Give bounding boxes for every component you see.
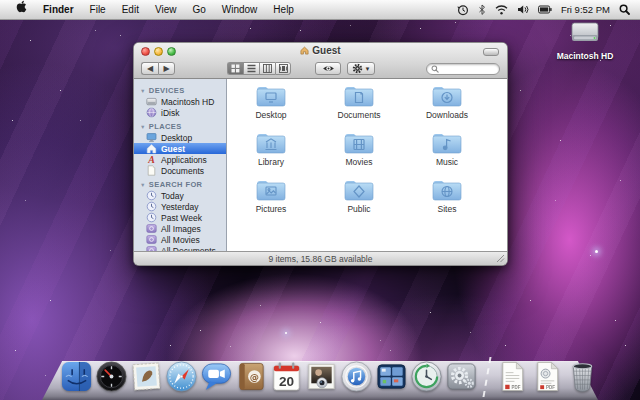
folder-pictures[interactable]: Pictures	[227, 175, 315, 222]
disclosure-triangle-icon[interactable]: ▼	[140, 182, 146, 188]
menu-bar-clock[interactable]: Fri 9:52 PM	[561, 4, 610, 15]
sidebar-item-past-week[interactable]: Past Week	[134, 212, 226, 223]
list-view-button[interactable]	[243, 62, 259, 75]
dock-photo-booth-icon[interactable]	[305, 360, 338, 393]
gear-icon	[352, 63, 363, 74]
column-view-button[interactable]	[259, 62, 275, 75]
status-bar: 9 items, 15.86 GB available	[134, 251, 507, 265]
folder-label: Library	[258, 157, 284, 167]
dock-separator	[483, 357, 491, 393]
dock-ichat-icon[interactable]	[200, 360, 233, 393]
smart-folder-icon	[146, 223, 157, 234]
apple-menu-icon[interactable]	[8, 0, 35, 19]
sidebar-item-yesterday[interactable]: Yesterday	[134, 201, 226, 212]
dock-itunes-icon[interactable]	[340, 360, 373, 393]
wifi-icon[interactable]	[495, 4, 508, 15]
sidebar-item-label: iDisk	[161, 108, 179, 118]
icon-view-button[interactable]	[227, 62, 243, 75]
title-bar[interactable]: Guest	[134, 43, 507, 59]
svg-text:PDF: PDF	[512, 385, 521, 390]
desktop-volume-macintosh-hd[interactable]: Macintosh HD	[556, 20, 614, 61]
dock-finder-icon[interactable]	[60, 360, 93, 393]
bright-star	[595, 250, 598, 253]
hard-drive-icon	[146, 96, 157, 107]
icon-view-icon	[231, 64, 240, 73]
finder-window: Guest ◀ ▶	[133, 42, 508, 266]
bluetooth-icon[interactable]	[478, 4, 486, 16]
folder-library[interactable]: Library	[227, 128, 315, 175]
dock-ical-icon[interactable]: 20	[270, 360, 303, 393]
section-label: DEVICES	[149, 86, 185, 95]
home-icon	[300, 46, 309, 55]
dock-mail-icon[interactable]	[130, 360, 163, 393]
menu-item-finder[interactable]: Finder	[35, 0, 82, 19]
menu-item-window[interactable]: Window	[214, 0, 266, 19]
folder-label: Sites	[438, 204, 457, 214]
window-chrome[interactable]: Guest ◀ ▶	[134, 43, 507, 79]
clock-icon	[146, 201, 157, 212]
volume-icon[interactable]	[517, 4, 529, 15]
sidebar-item-label: Macintosh HD	[161, 97, 214, 107]
sidebar-item-all-movies[interactable]: All Movies	[134, 234, 226, 245]
sidebar-item-today[interactable]: Today	[134, 190, 226, 201]
menu-item-view[interactable]: View	[147, 0, 185, 19]
folder-music[interactable]: Music	[403, 128, 491, 175]
folder-label: Downloads	[426, 110, 468, 120]
menu-item-go[interactable]: Go	[184, 0, 213, 19]
battery-icon[interactable]	[538, 5, 552, 14]
sidebar-item-idisk[interactable]: iDisk	[134, 107, 226, 118]
dock-pdf-document-icon[interactable]: PDF	[496, 360, 529, 393]
sidebar-item-label: Guest	[161, 144, 185, 154]
quick-look-button[interactable]	[315, 62, 341, 75]
menu-item-edit[interactable]: Edit	[114, 0, 147, 19]
dock-safari-icon[interactable]	[165, 360, 198, 393]
window-title-text: Guest	[312, 45, 340, 56]
folder-contents: Desktop Documents Downloads Library Movi…	[227, 79, 507, 251]
eye-icon	[322, 64, 335, 73]
dock-pdf-document-icon[interactable]: PDF	[531, 360, 564, 393]
dock-address-book-icon[interactable]: @	[235, 360, 268, 393]
sidebar-section-devices[interactable]: ▼ DEVICES	[134, 82, 226, 96]
sidebar-section-places[interactable]: ▼ PLACES	[134, 118, 226, 132]
folder-documents[interactable]: Documents	[315, 81, 403, 128]
resize-grip[interactable]	[496, 254, 505, 263]
sidebar-item-desktop[interactable]: Desktop	[134, 132, 226, 143]
folder-label: Desktop	[255, 110, 286, 120]
folder-public[interactable]: Public	[315, 175, 403, 222]
disclosure-triangle-icon[interactable]: ▼	[140, 124, 146, 130]
search-icon	[431, 65, 439, 73]
dock-time-machine-icon[interactable]	[410, 360, 443, 393]
dock-dashboard-icon[interactable]	[95, 360, 128, 393]
sidebar-item-macintosh-hd[interactable]: Macintosh HD	[134, 96, 226, 107]
sidebar-item-label: Desktop	[161, 133, 192, 143]
coverflow-view-button[interactable]	[275, 62, 291, 75]
sidebar: ▼ DEVICES Macintosh HD iDisk ▼ PLACES De…	[134, 79, 227, 251]
menu-bar-left: Finder File Edit View Go Window Help	[0, 0, 302, 19]
sidebar-item-applications[interactable]: A Applications	[134, 154, 226, 165]
folder-downloads[interactable]: Downloads	[403, 81, 491, 128]
dock-trash-icon[interactable]	[566, 360, 599, 393]
search-input[interactable]	[426, 63, 500, 75]
menu-item-help[interactable]: Help	[265, 0, 302, 19]
sidebar-item-documents[interactable]: Documents	[134, 165, 226, 176]
sidebar-item-label: Today	[161, 191, 184, 201]
action-menu-button[interactable]: ▼	[347, 62, 375, 75]
folder-movies[interactable]: Movies	[315, 128, 403, 175]
folder-desktop[interactable]: Desktop	[227, 81, 315, 128]
forward-button[interactable]: ▶	[158, 62, 175, 75]
dock-spaces-icon[interactable]	[375, 360, 408, 393]
toolbar-toggle-capsule[interactable]	[483, 48, 499, 56]
dock-system-preferences-icon[interactable]	[445, 360, 478, 393]
folder-sites[interactable]: Sites	[403, 175, 491, 222]
back-button[interactable]: ◀	[141, 62, 158, 75]
disclosure-triangle-icon[interactable]: ▼	[140, 88, 146, 94]
sidebar-item-guest[interactable]: Guest	[134, 143, 226, 154]
folder-icon	[342, 83, 376, 109]
sidebar-item-all-images[interactable]: All Images	[134, 223, 226, 234]
sidebar-section-search-for[interactable]: ▼ SEARCH FOR	[134, 176, 226, 190]
time-machine-icon[interactable]	[457, 4, 469, 16]
window-body: ▼ DEVICES Macintosh HD iDisk ▼ PLACES De…	[134, 79, 507, 251]
spotlight-icon[interactable]	[619, 4, 630, 15]
coverflow-view-icon	[279, 64, 288, 73]
menu-item-file[interactable]: File	[82, 0, 114, 19]
